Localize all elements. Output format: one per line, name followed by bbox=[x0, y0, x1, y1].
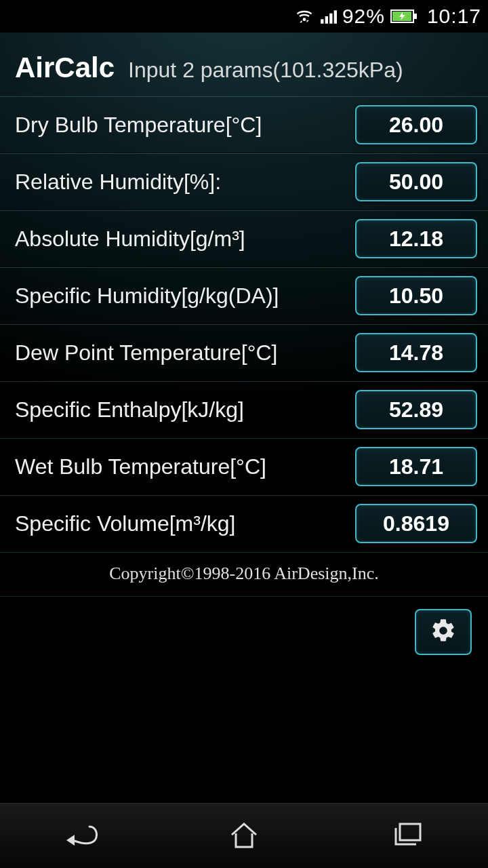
svg-rect-4 bbox=[334, 10, 337, 24]
nav-back-button[interactable] bbox=[41, 816, 122, 856]
parameter-value-button[interactable]: 10.50 bbox=[355, 276, 477, 315]
copyright-text: Copyright©1998-2016 AirDesign,Inc. bbox=[0, 552, 488, 597]
settings-button[interactable] bbox=[415, 609, 472, 655]
parameter-label: Specific Volume[m³/kg] bbox=[15, 511, 235, 536]
signal-icon bbox=[319, 7, 337, 25]
parameter-label: Wet Bulb Temperature[°C] bbox=[15, 454, 266, 479]
parameter-row: Dew Point Temperature[°C]14.78 bbox=[0, 324, 488, 381]
svg-rect-2 bbox=[325, 16, 328, 24]
parameter-row: Specific Volume[m³/kg]0.8619 bbox=[0, 495, 488, 552]
back-icon bbox=[62, 820, 100, 852]
parameter-row: Relative Humidity[%]:50.00 bbox=[0, 153, 488, 210]
parameter-row: Specific Humidity[g/kg(DA)]10.50 bbox=[0, 267, 488, 324]
svg-rect-1 bbox=[321, 19, 323, 24]
svg-point-0 bbox=[303, 18, 306, 21]
content: AirCalc Input 2 params(101.325kPa) Dry B… bbox=[0, 33, 488, 803]
svg-marker-9 bbox=[66, 835, 75, 846]
parameter-value-button[interactable]: 14.78 bbox=[355, 333, 477, 372]
parameter-value-button[interactable]: 50.00 bbox=[355, 162, 477, 201]
screen: 92% 10:17 AirCalc Input 2 params(101.325… bbox=[0, 0, 488, 868]
parameter-label: Absolute Humidity[g/m³] bbox=[15, 226, 245, 252]
status-bar: 92% 10:17 bbox=[0, 0, 488, 33]
parameter-row: Wet Bulb Temperature[°C]18.71 bbox=[0, 438, 488, 495]
battery-percent: 92% bbox=[342, 5, 385, 28]
parameter-value-button[interactable]: 12.18 bbox=[355, 219, 477, 258]
parameter-value-button[interactable]: 0.8619 bbox=[355, 504, 477, 543]
parameter-label: Relative Humidity[%]: bbox=[15, 170, 221, 195]
recent-apps-icon bbox=[390, 821, 423, 851]
parameter-label: Specific Humidity[g/kg(DA)] bbox=[15, 283, 279, 309]
header: AirCalc Input 2 params(101.325kPa) bbox=[0, 33, 488, 96]
parameter-row: Specific Enthalpy[kJ/kg]52.89 bbox=[0, 381, 488, 438]
wifi-sync-icon bbox=[295, 7, 314, 26]
status-clock: 10:17 bbox=[427, 5, 481, 28]
settings-row bbox=[0, 597, 488, 655]
nav-home-button[interactable] bbox=[203, 816, 285, 856]
nav-recent-button[interactable] bbox=[366, 816, 447, 856]
parameter-value-button[interactable]: 18.71 bbox=[355, 447, 477, 486]
home-icon bbox=[228, 820, 260, 852]
parameter-value-button[interactable]: 26.00 bbox=[355, 105, 477, 144]
parameter-label: Specific Enthalpy[kJ/kg] bbox=[15, 397, 244, 422]
gear-icon bbox=[430, 617, 457, 647]
parameter-list: Dry Bulb Temperature[°C]26.00Relative Hu… bbox=[0, 96, 488, 552]
app-subtitle: Input 2 params(101.325kPa) bbox=[128, 58, 403, 83]
svg-rect-6 bbox=[414, 14, 417, 19]
battery-charging-icon bbox=[390, 8, 418, 24]
parameter-row: Dry Bulb Temperature[°C]26.00 bbox=[0, 96, 488, 153]
app-title: AirCalc bbox=[15, 52, 115, 84]
parameter-value-button[interactable]: 52.89 bbox=[355, 390, 477, 429]
parameter-label: Dew Point Temperature[°C] bbox=[15, 340, 277, 366]
svg-rect-10 bbox=[400, 824, 420, 840]
navigation-bar bbox=[0, 803, 488, 868]
parameter-label: Dry Bulb Temperature[°C] bbox=[15, 113, 262, 138]
svg-rect-3 bbox=[329, 14, 332, 24]
parameter-row: Absolute Humidity[g/m³]12.18 bbox=[0, 210, 488, 267]
